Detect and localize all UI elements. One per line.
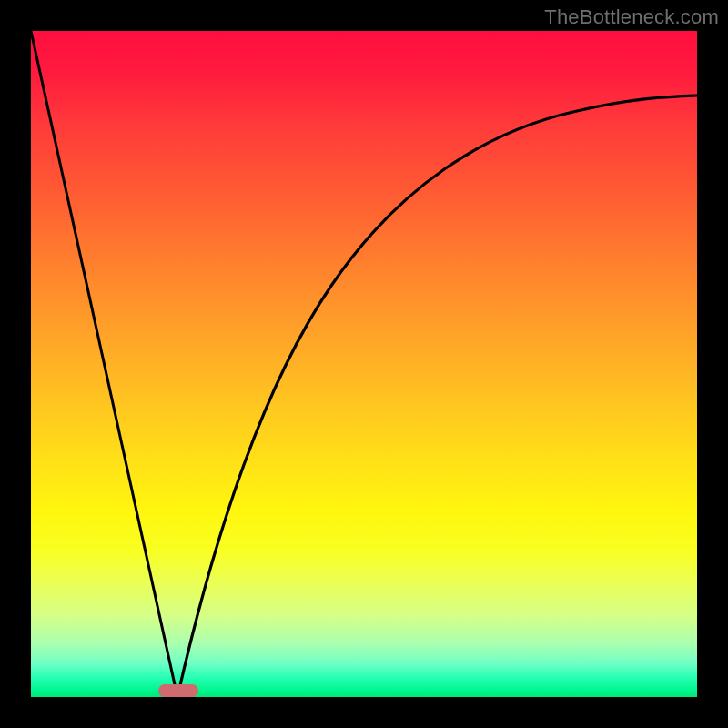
curve-left-branch [31, 31, 177, 697]
plot-area [31, 31, 697, 697]
curve-right-branch [177, 96, 697, 697]
watermark-text: TheBottleneck.com [544, 5, 719, 29]
optimal-marker [158, 684, 198, 697]
bottleneck-curve [31, 31, 697, 697]
chart-frame: TheBottleneck.com [0, 0, 728, 728]
